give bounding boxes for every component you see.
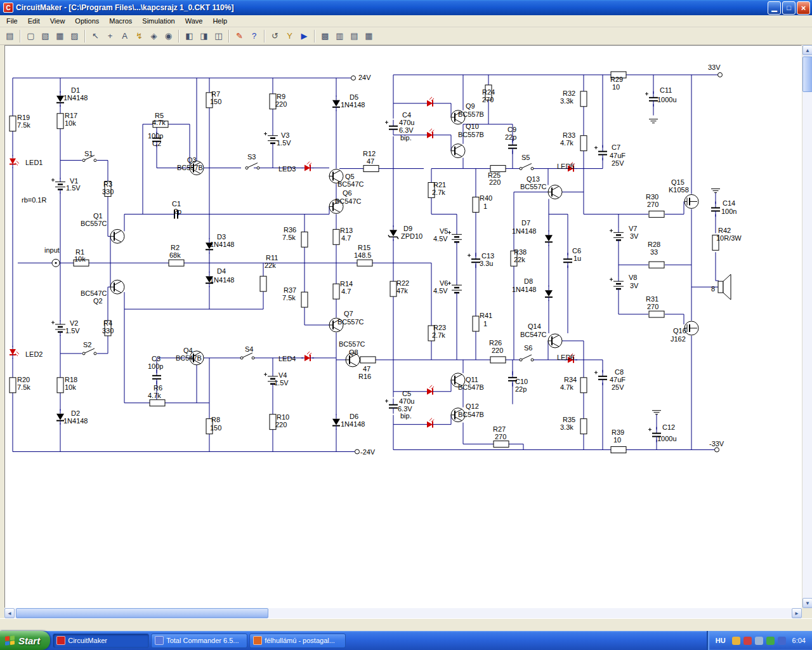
component-V6[interactable] — [448, 281, 462, 296]
component-speaker[interactable] — [718, 274, 731, 300]
component-terminal-neg33V[interactable] — [715, 448, 719, 452]
component-ground-2[interactable] — [711, 189, 720, 192]
scroll-left-button[interactable]: ◄ — [4, 608, 15, 618]
menu-view[interactable]: View — [45, 15, 70, 27]
close-button[interactable]: × — [797, 1, 810, 15]
component-C11[interactable] — [645, 91, 658, 107]
component-R14[interactable] — [333, 284, 339, 299]
component-R32[interactable] — [580, 91, 587, 107]
component-C14[interactable] — [711, 201, 720, 216]
component-C8[interactable] — [594, 370, 607, 385]
component-input-jack[interactable] — [52, 259, 60, 267]
scroll-right-button[interactable]: ► — [792, 608, 802, 618]
text-tool-icon[interactable]: A — [117, 29, 132, 43]
scope-display-icon[interactable]: ▤ — [347, 29, 362, 43]
taskbar-task-2[interactable]: Total Commander 6.5... — [151, 633, 247, 648]
component-LED-C5a[interactable] — [424, 385, 436, 395]
start-button[interactable]: Start — [0, 631, 50, 650]
vertical-scroll-thumb[interactable] — [802, 56, 812, 92]
component-R26[interactable] — [490, 357, 506, 363]
component-V5[interactable] — [448, 230, 462, 246]
menu-edit[interactable]: Edit — [23, 15, 45, 27]
component-S2[interactable] — [82, 348, 96, 355]
component-R39[interactable] — [611, 447, 626, 453]
component-D5[interactable] — [332, 96, 340, 111]
component-R15[interactable] — [357, 260, 372, 266]
menu-simulation[interactable]: Simulation — [137, 15, 180, 27]
component-S4[interactable] — [240, 353, 254, 359]
component-R28[interactable] — [649, 262, 664, 268]
component-V3[interactable] — [264, 132, 278, 147]
analog-display-icon[interactable]: ▥ — [332, 29, 347, 43]
component-ground-1[interactable] — [649, 119, 658, 123]
menu-macros[interactable]: Macros — [104, 15, 137, 27]
component-C3[interactable] — [152, 369, 161, 385]
component-S5[interactable] — [520, 164, 534, 170]
component-V2[interactable] — [51, 321, 65, 336]
new-file-icon[interactable]: ▢ — [23, 29, 38, 43]
component-R41[interactable] — [473, 316, 479, 331]
component-R6[interactable] — [150, 400, 165, 406]
volume-icon[interactable] — [755, 637, 763, 645]
part-search-icon[interactable]: ◈ — [147, 29, 161, 43]
component-C7[interactable] — [594, 145, 607, 161]
cursor-tool-icon[interactable]: ↖ — [88, 29, 103, 43]
component-R27[interactable] — [494, 441, 509, 448]
update-icon[interactable] — [732, 637, 740, 645]
component-D9[interactable] — [388, 225, 398, 241]
messenger-icon[interactable] — [766, 637, 775, 645]
component-R11[interactable] — [260, 276, 266, 291]
print-icon[interactable]: ▨ — [67, 29, 82, 43]
component-terminal-24V[interactable] — [351, 76, 356, 80]
maximize-button[interactable]: □ — [782, 1, 796, 15]
component-Q15[interactable] — [684, 194, 698, 208]
taskbar-task-3[interactable]: félhullámú - postagal... — [249, 633, 346, 648]
component-terminal-neg24V[interactable] — [355, 449, 360, 454]
horizontal-scroll-track[interactable] — [15, 608, 792, 618]
component-Q1[interactable] — [110, 229, 124, 243]
open-file-icon[interactable]: ▧ — [38, 29, 53, 43]
digital-display-icon[interactable]: ▩ — [318, 29, 332, 43]
component-R18[interactable] — [57, 378, 63, 393]
component-R17[interactable] — [57, 114, 63, 129]
component-R31[interactable] — [649, 311, 664, 317]
component-Q14[interactable] — [548, 334, 562, 348]
component-R36[interactable] — [301, 232, 308, 247]
component-R12[interactable] — [363, 166, 379, 172]
language-indicator[interactable]: HU — [716, 637, 728, 644]
component-R37[interactable] — [301, 292, 308, 307]
component-R2[interactable] — [169, 260, 184, 266]
minimize-button[interactable]: ▁ — [768, 1, 781, 15]
component-R30[interactable] — [649, 211, 664, 217]
component-C9[interactable] — [508, 139, 517, 154]
component-Q16[interactable] — [684, 321, 698, 335]
run-simulation-icon[interactable]: ▶ — [297, 29, 311, 43]
component-R40[interactable] — [473, 197, 479, 212]
wave-display-icon[interactable]: ▦ — [362, 29, 376, 43]
schematic-canvas[interactable]: D11N4148R197.5kR1710kS1LED1V11.5Vrb=0.1R… — [4, 45, 802, 608]
security-icon[interactable] — [743, 637, 752, 645]
colors-icon[interactable]: ✎ — [232, 29, 247, 43]
probe-icon[interactable]: Y — [282, 29, 297, 43]
horizontal-scroll-thumb[interactable] — [16, 608, 268, 618]
network-icon[interactable] — [778, 637, 786, 645]
component-terminal-33V[interactable] — [718, 72, 723, 77]
place-part-icon[interactable]: + — [103, 29, 117, 43]
taskbar-task-1[interactable]: CircuitMaker — [53, 633, 149, 648]
help-icon[interactable]: ? — [247, 29, 261, 43]
component-R22[interactable] — [390, 281, 396, 296]
component-D6[interactable] — [332, 415, 340, 430]
component-LED-C4b[interactable] — [424, 129, 436, 138]
zoom-out-icon[interactable]: ◨ — [197, 29, 211, 43]
component-R33[interactable] — [580, 136, 587, 151]
vertical-scroll-track[interactable] — [802, 55, 812, 598]
component-LED1[interactable] — [10, 156, 19, 168]
component-D7[interactable] — [545, 230, 553, 246]
component-R20[interactable] — [10, 378, 16, 393]
zoom-in-icon[interactable]: ◧ — [182, 29, 197, 43]
component-V7[interactable] — [610, 229, 624, 244]
component-R19[interactable] — [10, 116, 16, 131]
menu-options[interactable]: Options — [70, 15, 104, 27]
netlist-icon[interactable]: ▤ — [3, 29, 17, 43]
component-LED4[interactable] — [301, 352, 314, 361]
